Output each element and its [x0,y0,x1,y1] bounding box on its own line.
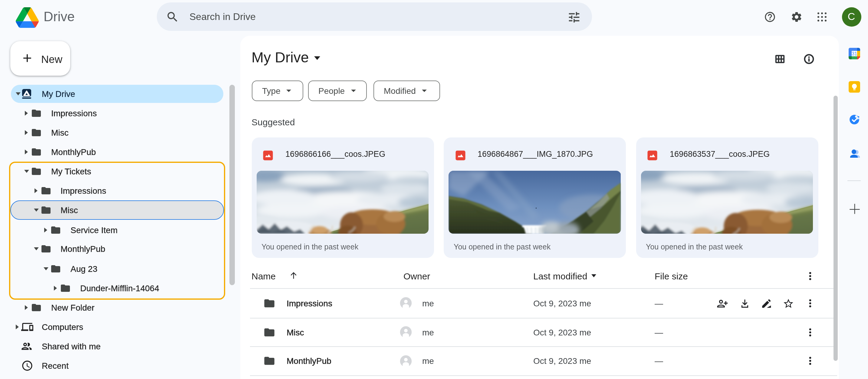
svg-text:31: 31 [851,51,857,56]
